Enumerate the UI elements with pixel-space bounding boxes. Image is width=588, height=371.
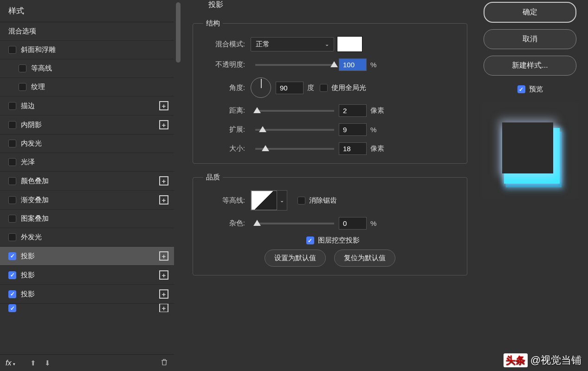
style-item-label: 投影 bbox=[21, 290, 35, 299]
style-item[interactable]: 光泽 bbox=[0, 153, 174, 172]
style-item[interactable]: 纹理 bbox=[0, 78, 174, 96]
add-effect-icon[interactable]: + bbox=[159, 176, 168, 186]
style-item-label: 斜面和浮雕 bbox=[21, 45, 56, 54]
style-item[interactable]: 投影+ bbox=[0, 266, 174, 285]
watermark: 头条 @视觉当铺 bbox=[504, 353, 582, 367]
add-effect-icon[interactable]: + bbox=[159, 289, 168, 299]
style-item[interactable]: 斜面和浮雕 bbox=[0, 41, 174, 59]
style-item[interactable]: 内发光 bbox=[0, 134, 174, 153]
checkbox-icon[interactable] bbox=[8, 196, 16, 204]
contour-label: 等高线: bbox=[203, 196, 245, 205]
checkbox-icon[interactable] bbox=[19, 64, 26, 72]
checkbox-icon[interactable] bbox=[8, 158, 16, 166]
spread-input[interactable] bbox=[339, 123, 367, 136]
blending-options-item[interactable]: 混合选项 bbox=[0, 22, 174, 41]
global-light-checkbox[interactable] bbox=[320, 84, 328, 92]
add-effect-icon[interactable]: + bbox=[159, 304, 168, 312]
angle-input[interactable] bbox=[276, 82, 304, 94]
style-item[interactable]: 图案叠加 bbox=[0, 210, 174, 228]
style-item[interactable]: 渐变叠加+ bbox=[0, 191, 174, 210]
new-style-button[interactable]: 新建样式... bbox=[484, 56, 576, 76]
angle-label: 角度: bbox=[203, 83, 245, 92]
style-item[interactable]: 等高线 bbox=[0, 59, 174, 78]
sidebar-scrollbar[interactable] bbox=[174, 0, 183, 371]
style-item-label: 颜色叠加 bbox=[21, 177, 49, 186]
knockout-checkbox[interactable] bbox=[306, 237, 314, 244]
checkbox-icon[interactable] bbox=[8, 121, 16, 129]
style-item[interactable]: 内阴影+ bbox=[0, 115, 174, 134]
styles-sidebar: 样式 混合选项 斜面和浮雕等高线纹理描边+内阴影+内发光光泽颜色叠加+渐变叠加+… bbox=[0, 0, 183, 371]
preview-thumbnail bbox=[482, 102, 578, 198]
style-item-label: 描边 bbox=[21, 102, 35, 110]
chevron-down-icon: ⌄ bbox=[325, 41, 329, 47]
style-item-label: 外发光 bbox=[21, 233, 42, 242]
opacity-input[interactable] bbox=[339, 58, 367, 71]
size-input[interactable] bbox=[339, 142, 367, 155]
styles-header: 样式 bbox=[0, 0, 174, 22]
checkbox-icon[interactable] bbox=[8, 177, 16, 185]
add-effect-icon[interactable]: + bbox=[159, 195, 168, 205]
checkbox-icon[interactable] bbox=[8, 304, 16, 312]
checkbox-icon[interactable] bbox=[8, 233, 16, 241]
ok-button[interactable]: 确定 bbox=[484, 2, 576, 23]
set-default-button[interactable]: 设置为默认值 bbox=[265, 249, 326, 267]
style-item-label: 内发光 bbox=[21, 139, 42, 148]
checkbox-icon[interactable] bbox=[8, 215, 16, 223]
checkbox-icon[interactable] bbox=[8, 252, 16, 260]
dialog-right-panel: 确定 取消 新建样式... 预览 bbox=[477, 0, 588, 371]
style-item[interactable]: 颜色叠加+ bbox=[0, 172, 174, 191]
quality-group: 品质 等高线: ⌄ 消除锯齿 杂色: % bbox=[193, 173, 467, 275]
shadow-color-swatch[interactable] bbox=[337, 36, 362, 52]
antialias-checkbox[interactable] bbox=[297, 197, 305, 205]
distance-input[interactable] bbox=[339, 104, 367, 117]
checkbox-icon[interactable] bbox=[8, 140, 16, 147]
noise-label: 杂色: bbox=[203, 219, 245, 228]
chevron-down-icon[interactable]: ▾ bbox=[13, 362, 15, 366]
checkbox-icon[interactable] bbox=[8, 271, 16, 279]
blend-mode-select[interactable]: 正常 ⌄ bbox=[251, 37, 334, 51]
checkbox-icon[interactable] bbox=[19, 83, 26, 91]
structure-group: 结构 混合模式: 正常 ⌄ 不透明度: % 角度: 度 bbox=[193, 19, 467, 164]
style-item-label: 纹理 bbox=[31, 83, 45, 91]
style-item[interactable]: 投影+ bbox=[0, 247, 174, 266]
checkbox-icon[interactable] bbox=[8, 290, 16, 298]
add-effect-icon[interactable]: + bbox=[159, 101, 168, 110]
cancel-button[interactable]: 取消 bbox=[484, 29, 576, 49]
panel-title: 投影 bbox=[195, 0, 470, 13]
add-effect-icon[interactable]: + bbox=[159, 251, 168, 261]
opacity-label: 不透明度: bbox=[203, 60, 245, 69]
style-item-label: 投影 bbox=[21, 271, 35, 280]
style-item[interactable]: 描边+ bbox=[0, 96, 174, 115]
spread-slider[interactable] bbox=[255, 129, 334, 131]
noise-input[interactable] bbox=[339, 217, 367, 230]
add-effect-icon[interactable]: + bbox=[159, 270, 168, 280]
style-item-label: 投影 bbox=[21, 252, 35, 261]
angle-dial[interactable] bbox=[251, 77, 271, 98]
preview-checkbox[interactable] bbox=[517, 85, 525, 93]
style-item-label: 光泽 bbox=[21, 158, 35, 166]
preview-label: 预览 bbox=[529, 85, 543, 94]
fx-menu[interactable]: fx bbox=[6, 359, 11, 367]
opacity-slider[interactable] bbox=[255, 64, 334, 66]
reset-default-button[interactable]: 复位为默认值 bbox=[334, 249, 395, 267]
style-item[interactable]: 外发光 bbox=[0, 228, 174, 247]
size-label: 大小: bbox=[203, 144, 245, 153]
checkbox-icon[interactable] bbox=[8, 46, 16, 54]
style-item[interactable]: 投影+ bbox=[0, 285, 174, 304]
distance-slider[interactable] bbox=[255, 110, 334, 112]
style-item-truncated[interactable]: + bbox=[0, 304, 174, 312]
add-effect-icon[interactable]: + bbox=[159, 120, 168, 129]
contour-picker[interactable]: ⌄ bbox=[251, 190, 287, 211]
move-up-icon[interactable]: ⬆ bbox=[30, 359, 36, 367]
noise-slider[interactable] bbox=[255, 223, 334, 224]
style-item-label: 图案叠加 bbox=[21, 214, 49, 223]
checkbox-icon[interactable] bbox=[8, 102, 16, 110]
style-item-label: 等高线 bbox=[31, 64, 52, 73]
style-item-label: 渐变叠加 bbox=[21, 196, 49, 205]
size-slider[interactable] bbox=[255, 148, 334, 150]
trash-icon[interactable] bbox=[160, 358, 168, 368]
spread-label: 扩展: bbox=[203, 125, 245, 134]
blend-mode-label: 混合模式: bbox=[203, 40, 245, 49]
move-down-icon[interactable]: ⬇ bbox=[45, 359, 51, 367]
distance-label: 距离: bbox=[203, 106, 245, 115]
